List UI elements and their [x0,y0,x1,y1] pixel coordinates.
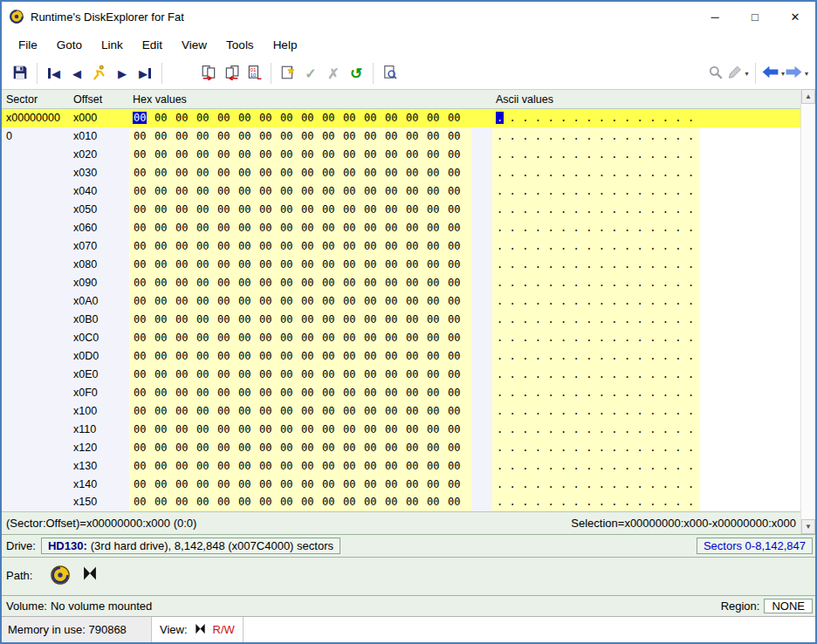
ascii-char[interactable]: . [610,185,623,197]
ascii-char[interactable]: . [674,478,687,490]
hex-byte[interactable]: 00 [154,167,175,179]
hex-byte[interactable]: 00 [175,460,196,472]
ascii-char[interactable]: . [687,185,700,197]
hex-byte[interactable]: 00 [342,478,363,490]
hex-byte[interactable]: 00 [279,222,300,234]
ascii-char[interactable]: . [649,460,662,472]
ascii-char[interactable]: . [623,277,636,289]
hex-byte[interactable]: 00 [384,277,405,289]
ascii-char[interactable]: . [534,460,547,472]
ascii-char[interactable]: . [573,423,586,435]
hex-byte[interactable]: 00 [405,258,426,271]
ascii-char[interactable]: . [687,478,700,490]
ascii-char[interactable]: . [662,460,675,472]
ascii-char[interactable]: . [573,148,586,161]
goto-next-button[interactable]: ▶ [111,62,134,85]
goto-last-button[interactable]: ▶ [134,62,156,85]
ascii-char[interactable]: . [534,130,547,142]
ascii-char[interactable]: . [573,203,586,216]
ascii-char[interactable]: . [636,368,649,380]
ascii-char[interactable]: . [687,295,700,307]
minimize-button[interactable]: ─ [695,2,735,31]
ascii-char[interactable]: . [649,332,662,344]
ascii-char[interactable]: . [534,313,547,325]
hex-byte[interactable]: 00 [196,240,216,252]
hex-byte[interactable]: 00 [175,442,196,454]
hex-byte[interactable]: 00 [216,405,237,417]
hex-byte[interactable]: 00 [405,277,426,289]
ascii-char[interactable]: . [560,222,573,234]
hex-byte[interactable]: 00 [154,148,175,161]
hex-byte[interactable]: 00 [196,203,216,216]
ascii-char[interactable]: . [674,148,687,161]
hex-byte[interactable]: 00 [237,478,258,490]
ascii-char[interactable]: . [560,442,573,454]
ascii-char[interactable]: . [636,423,649,435]
ascii-char[interactable]: . [509,258,522,271]
ascii-char[interactable]: . [509,185,522,197]
ascii-char[interactable]: . [649,478,662,490]
ascii-char[interactable]: . [687,112,700,124]
ascii-char[interactable]: . [496,112,509,124]
hex-byte[interactable]: 00 [216,222,237,234]
hex-byte[interactable]: 00 [279,368,300,380]
hex-byte[interactable]: 00 [300,185,321,197]
hex-byte[interactable]: 00 [321,148,342,161]
hex-byte[interactable]: 00 [237,148,258,161]
ascii-char[interactable]: . [509,368,522,380]
ascii-char[interactable]: . [496,442,509,454]
ascii-char[interactable]: . [534,112,547,124]
hex-byte[interactable]: 00 [447,203,468,216]
hex-byte[interactable]: 00 [216,350,237,362]
hex-row[interactable]: x00000000x000000000000000000000000000000… [2,109,815,127]
ascii-char[interactable]: . [560,313,573,325]
ascii-char[interactable]: . [573,130,586,142]
ascii-char[interactable]: . [598,277,611,289]
ascii-char[interactable]: . [662,148,675,161]
ascii-char[interactable]: . [649,313,662,325]
hex-byte[interactable]: 00 [426,112,447,124]
ascii-char[interactable]: . [509,277,522,289]
hex-byte[interactable]: 00 [426,423,447,435]
hex-byte[interactable]: 00 [196,112,216,124]
ascii-char[interactable]: . [687,368,700,380]
ascii-char[interactable]: . [649,387,662,399]
ascii-char[interactable]: . [496,203,509,216]
ascii-char[interactable]: . [573,405,586,417]
hex-byte[interactable]: 00 [405,460,426,472]
hex-byte[interactable]: 00 [237,277,258,289]
ascii-char[interactable]: . [636,332,649,344]
ascii-char[interactable]: . [560,277,573,289]
ascii-char[interactable]: . [534,240,547,252]
hex-byte[interactable]: 00 [405,185,426,197]
scroll-down-icon[interactable]: ▼ [801,519,815,534]
hex-byte[interactable]: 00 [196,167,216,179]
hex-byte[interactable]: 00 [405,148,426,161]
hex-row[interactable]: x04000000000000000000000000000000000....… [2,182,815,201]
hex-byte[interactable]: 00 [426,185,447,197]
hex-byte[interactable]: 00 [447,130,468,142]
hex-byte[interactable]: 00 [321,240,342,252]
ascii-char[interactable]: . [636,277,649,289]
forward-dropdown-icon[interactable]: ▾ [805,70,808,78]
ascii-char[interactable]: . [509,313,522,325]
hex-byte[interactable]: 00 [133,387,154,399]
ascii-char[interactable]: . [687,496,700,508]
drive-info-box[interactable]: HD130: (3rd hard drive), 8,142,848 (x007… [41,538,340,554]
hex-byte[interactable]: 00 [447,405,468,417]
ascii-char[interactable]: . [623,460,636,472]
ascii-char[interactable]: . [610,460,623,472]
hex-byte[interactable]: 00 [405,167,426,179]
hex-byte[interactable]: 00 [279,496,300,508]
ascii-char[interactable]: . [546,222,560,234]
ascii-char[interactable]: . [674,442,687,454]
hex-byte[interactable]: 00 [258,295,279,307]
hex-byte[interactable]: 00 [384,203,405,216]
hex-byte[interactable]: 00 [133,222,154,234]
hex-byte[interactable]: 00 [342,148,363,161]
ascii-char[interactable]: . [509,295,522,307]
hex-byte[interactable]: 00 [342,203,363,216]
menu-link[interactable]: Link [92,35,133,55]
hex-byte[interactable]: 00 [237,295,258,307]
hex-byte[interactable]: 00 [175,240,196,252]
